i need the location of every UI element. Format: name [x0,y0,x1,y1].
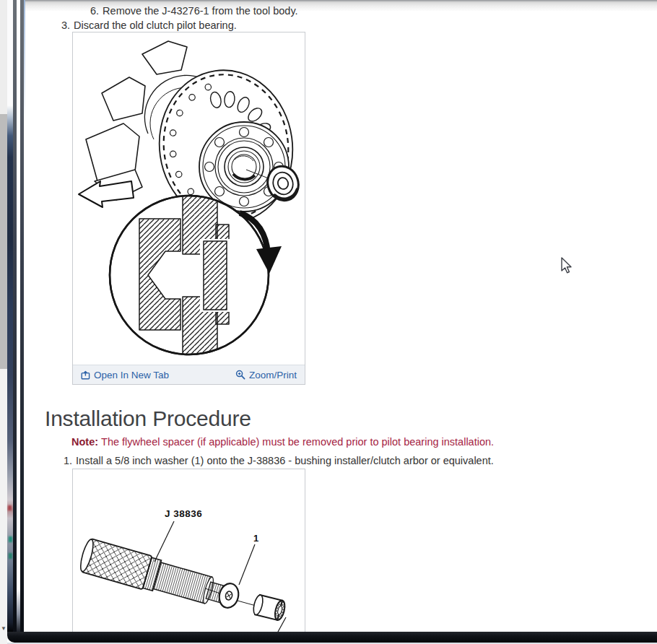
background-scrollbar-thumb[interactable] [0,114,7,369]
page: ▼ 6.Remove the J-43276-1 from the tool b… [0,0,657,644]
install-step-1: 1.Install a 5/8 inch washer (1) onto the… [64,455,494,467]
step-text: Discard the old clutch pilot bearing. [74,19,237,31]
figure-toolbar: Open In New Tab Zoom/Print [73,365,305,384]
pilot-bearing-removal-illustration [73,32,303,363]
open-in-new-tab-link[interactable]: Open In New Tab [81,370,169,380]
section-heading: Installation Procedure [45,406,251,431]
tool-label: J 38836 [165,508,202,519]
background-photo-teal-blur [9,536,12,542]
figure-pilot-bearing-removal: Open In New Tab Zoom/Print [72,32,305,385]
magnifier-plus-icon [235,370,245,380]
note-text: The flywheel spacer (if applicable) must… [101,436,494,448]
step-number: 3. [61,19,70,31]
scrollbar-down-arrow-icon: ▼ [1,625,6,632]
note-label: Note: [71,436,98,448]
open-in-new-tab-label: Open In New Tab [94,370,169,380]
background-scrollbar-track-lower[interactable] [0,369,7,644]
removal-step-6: 6.Remove the J-43276-1 from the tool bod… [90,5,298,17]
background-photo-red-blur [8,505,12,510]
background-photo-teal-blur [9,553,12,559]
open-in-new-tab-icon [81,370,90,380]
step-number: 1. [64,455,72,466]
zoom-print-label: Zoom/Print [249,370,297,380]
scrollbar-down-button[interactable]: ▼ [0,621,7,635]
figure-bushing-installer: J 38836 1 [72,469,305,634]
direction-arrow-left [79,181,134,207]
note-line: Note:The flywheel spacer (if applicable)… [71,436,494,448]
bushing-installer-illustration: J 38836 1 [73,469,303,634]
removal-step-3: 3.Discard the old clutch pilot bearing. [61,19,237,32]
viewer-bottom-frame [7,632,657,643]
callout-1-label: 1 [253,533,258,544]
step-text: Install a 5/8 inch washer (1) onto the J… [76,455,494,466]
step-text: Remove the J-43276-1 from the tool body. [103,5,298,17]
panel-left-highlight [24,0,25,123]
zoom-print-link[interactable]: Zoom/Print [235,370,297,380]
step-number: 6. [90,5,99,17]
content-panel: 6.Remove the J-43276-1 from the tool bod… [24,0,657,633]
